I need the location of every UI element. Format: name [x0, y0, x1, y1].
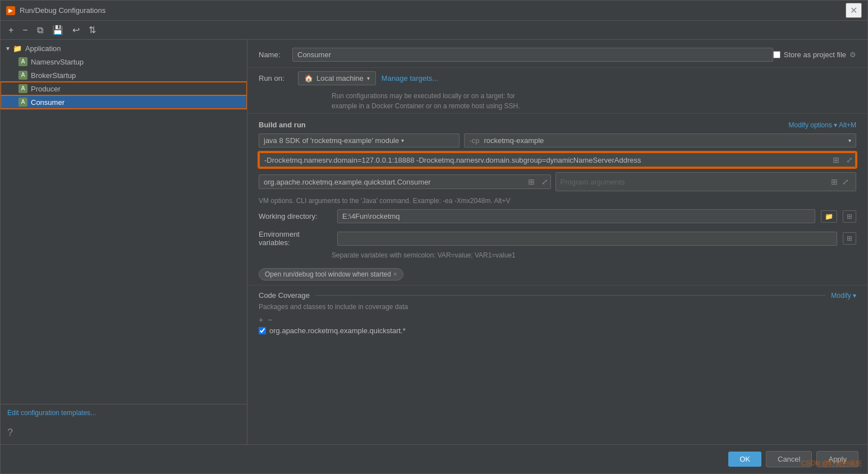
coverage-entry-checkbox[interactable]: [259, 327, 266, 334]
code-coverage-title: Code Coverage: [259, 291, 310, 300]
coverage-desc: Packages and classes to include in cover…: [259, 303, 856, 311]
dialog-icon: ▶: [6, 6, 15, 15]
env-var-row: Environment variables: ⊞: [247, 227, 867, 250]
dropdown-arrow-icon: ▾: [367, 75, 370, 81]
coverage-entry: org.apache.rocketmq.example.quickstart.*: [259, 326, 856, 335]
sidebar-item-producer-label: Producer: [31, 85, 61, 93]
sidebar-item-namesrv[interactable]: A NamesrvStartup: [1, 55, 247, 68]
namesrv-icon: A: [19, 57, 27, 66]
main-class-fullscreen-button[interactable]: ⤢: [539, 175, 550, 188]
title-bar: ▶ Run/Debug Configurations ✕: [1, 1, 867, 21]
tag-row: Open run/debug tool window when started …: [247, 264, 867, 285]
vm-options-input[interactable]: [260, 154, 828, 167]
working-dir-browse-button[interactable]: 📁: [821, 210, 837, 223]
code-coverage-header: Code Coverage Modify ▾: [259, 291, 856, 300]
env-var-expand-button[interactable]: ⊞: [843, 232, 856, 245]
close-button[interactable]: ✕: [846, 3, 862, 18]
coverage-remove-button[interactable]: −: [268, 315, 272, 324]
local-machine-button[interactable]: 🏠 Local machine ▾: [298, 71, 376, 85]
run-on-row: Run on: 🏠 Local machine ▾ Manage targets…: [247, 68, 867, 89]
vm-options-row: ⊞ ⤢: [259, 152, 856, 168]
main-class-input[interactable]: [259, 176, 523, 188]
house-icon: 🏠: [304, 74, 313, 82]
build-run-title: Build and run: [259, 121, 306, 129]
content-area: ▼ 📁 Application A NamesrvStartup A Broke…: [1, 40, 867, 444]
sidebar-item-producer[interactable]: A Producer: [1, 82, 247, 95]
ok-button[interactable]: OK: [728, 452, 761, 467]
sidebar: ▼ 📁 Application A NamesrvStartup A Broke…: [1, 40, 247, 444]
toolbar: + − ⧉ 💾 ↩ ⇅: [1, 21, 867, 40]
add-config-button[interactable]: +: [5, 24, 17, 37]
sidebar-item-broker-label: BrokerStartup: [31, 71, 76, 80]
env-var-hint: Separate variables with semicolon: VAR=v…: [247, 250, 867, 264]
application-icon: 📁: [13, 44, 22, 53]
help-button[interactable]: ?: [7, 427, 13, 439]
broker-icon: A: [19, 71, 27, 80]
dialog-footer: OK Cancel Apply: [1, 444, 867, 473]
name-input[interactable]: [292, 48, 773, 62]
env-var-input[interactable]: [337, 232, 837, 246]
run-on-label: Run on:: [259, 74, 292, 82]
code-coverage-section: Code Coverage Modify ▾ Packages and clas…: [247, 285, 867, 340]
application-group[interactable]: ▼ 📁 Application: [1, 42, 247, 55]
manage-targets-link[interactable]: Manage targets...: [382, 74, 438, 82]
name-label: Name:: [259, 50, 292, 59]
tag-close-button[interactable]: ×: [393, 270, 397, 278]
main-class-expand-button[interactable]: ⊞: [526, 175, 537, 188]
run-on-desc: Run configurations may be executed local…: [247, 89, 867, 113]
working-dir-input[interactable]: [337, 209, 815, 223]
main-panel: Name: Store as project file ⚙ Run on: 🏠 …: [247, 40, 867, 444]
coverage-add-button[interactable]: +: [259, 315, 263, 324]
sidebar-item-broker[interactable]: A BrokerStartup: [1, 68, 247, 82]
main-class-row: ⊞ ⤢ Program arguments ⊞ ⤢: [259, 172, 856, 191]
sdk-row: java 8 SDK of 'rocketmq-example' module …: [259, 134, 856, 148]
application-group-label: Application: [25, 44, 61, 53]
sdk-dropdown-icon: ▾: [401, 137, 404, 144]
modify-options-link[interactable]: Modify options ▾ Alt+M: [789, 121, 856, 129]
name-row: Name: Store as project file ⚙: [247, 40, 867, 68]
working-dir-expand-button[interactable]: ⊞: [843, 210, 856, 223]
restore-config-button[interactable]: ↩: [69, 23, 83, 37]
build-run-section: java 8 SDK of 'rocketmq-example' module …: [247, 134, 867, 206]
watermark: CSDN @灯烧的疯狂: [801, 459, 862, 468]
coverage-divider: [315, 295, 825, 296]
prog-args-expand-button[interactable]: ⊞: [829, 175, 840, 188]
store-icon: ⚙: [849, 50, 856, 59]
vm-options-hint: VM options. CLI arguments to the 'Java' …: [259, 196, 856, 206]
producer-icon: A: [19, 84, 27, 93]
sdk-select[interactable]: java 8 SDK of 'rocketmq-example' module …: [259, 134, 460, 148]
coverage-modify-link[interactable]: Modify ▾: [831, 292, 856, 300]
vm-options-expand-button[interactable]: ⊞: [830, 153, 842, 167]
dialog-title: Run/Debug Configurations: [20, 6, 846, 15]
program-args-area: Program arguments ⊞ ⤢: [555, 172, 857, 191]
copy-config-button[interactable]: ⧉: [34, 24, 47, 37]
tag-label: Open run/debug tool window when started: [265, 270, 391, 278]
env-var-label: Environment variables:: [259, 230, 332, 247]
store-as-project-area: Store as project file ⚙: [773, 50, 856, 59]
cp-dropdown-icon: ▾: [848, 137, 851, 144]
store-as-project-checkbox[interactable]: [773, 51, 780, 58]
application-section: ▼ 📁 Application A NamesrvStartup A Broke…: [1, 40, 247, 111]
consumer-icon: A: [19, 98, 27, 107]
chevron-down-icon: ▼: [5, 45, 11, 52]
save-config-button[interactable]: 💾: [49, 23, 67, 37]
sidebar-item-consumer[interactable]: A Consumer: [1, 95, 247, 109]
edit-templates-link[interactable]: Edit configuration templates...: [1, 404, 247, 421]
sdk-value: java 8 SDK of 'rocketmq-example' module: [264, 136, 399, 145]
sidebar-item-consumer-label: Consumer: [31, 98, 65, 107]
sort-config-button[interactable]: ⇅: [85, 23, 99, 37]
local-machine-label: Local machine: [316, 74, 364, 82]
sidebar-item-namesrv-label: NamesrvStartup: [31, 58, 84, 66]
working-dir-label: Working directory:: [259, 212, 332, 220]
remove-config-button[interactable]: −: [19, 24, 31, 37]
vm-options-fullscreen-button[interactable]: ⤢: [844, 153, 855, 167]
program-args-placeholder: Program arguments: [561, 178, 829, 186]
working-dir-row: Working directory: 📁 ⊞: [247, 206, 867, 227]
build-run-header: Build and run Modify options ▾ Alt+M: [247, 113, 867, 134]
cp-select[interactable]: -cp rocketmq-example ▾: [464, 134, 856, 148]
coverage-entry-value: org.apache.rocketmq.example.quickstart.*: [269, 326, 406, 335]
prog-args-fullscreen-button[interactable]: ⤢: [840, 175, 851, 188]
open-debug-tag: Open run/debug tool window when started …: [259, 268, 403, 280]
run-debug-dialog: ▶ Run/Debug Configurations ✕ + − ⧉ 💾 ↩ ⇅…: [0, 0, 868, 474]
store-as-project-label: Store as project file: [784, 50, 846, 59]
